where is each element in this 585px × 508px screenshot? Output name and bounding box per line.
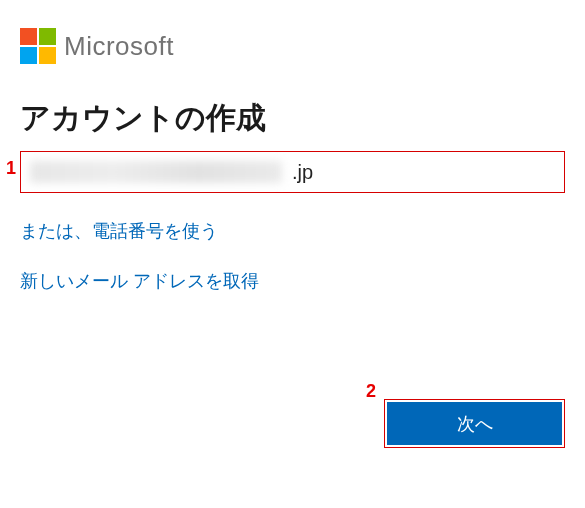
- annotation-2: 2: [366, 381, 376, 402]
- page-title: アカウントの作成: [20, 98, 585, 139]
- email-input[interactable]: [20, 151, 565, 193]
- annotation-1: 1: [6, 158, 16, 179]
- microsoft-logo-icon: [20, 28, 56, 64]
- use-phone-link[interactable]: または、電話番号を使う: [20, 219, 218, 243]
- next-button-highlight: 次へ: [384, 399, 565, 448]
- next-button[interactable]: 次へ: [387, 402, 562, 445]
- email-field-wrap: .jp: [20, 151, 565, 193]
- brand-header: Microsoft: [20, 28, 585, 64]
- brand-name: Microsoft: [64, 31, 174, 62]
- get-new-email-link[interactable]: 新しいメール アドレスを取得: [20, 269, 259, 293]
